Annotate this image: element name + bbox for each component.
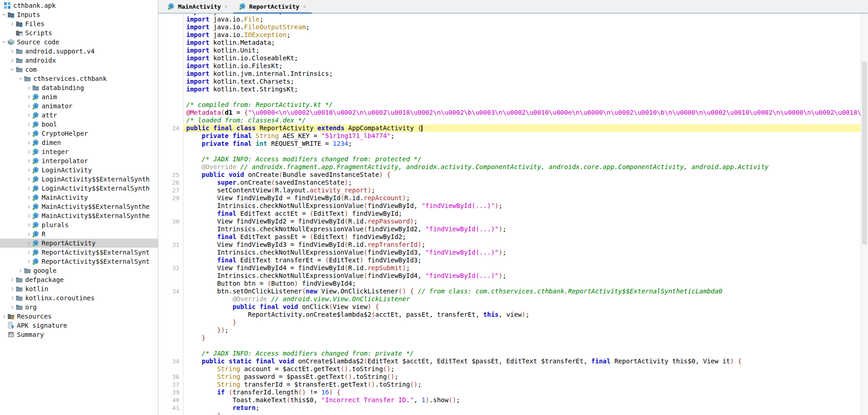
- tree-item-android-support-v4[interactable]: ❯android.support.v4: [0, 47, 158, 56]
- code-line[interactable]: 31 View findViewById3 = findViewById(R.i…: [158, 241, 861, 249]
- code-line[interactable]: }: [158, 334, 861, 342]
- code-line[interactable]: String account = $acctEt.getText().toStr…: [158, 365, 861, 373]
- code-line[interactable]: public final void onClick(View view) {: [158, 303, 861, 311]
- tree-item-cthbank-apk[interactable]: cthbank.apk: [0, 1, 158, 10]
- chevron-collapsed-icon[interactable]: ❯: [26, 140, 32, 145]
- code-line[interactable]: 30 View findViewById2 = findViewById(R.i…: [158, 218, 861, 225]
- chevron-collapsed-icon[interactable]: ❯: [26, 131, 32, 136]
- code-line[interactable]: [158, 148, 861, 155]
- chevron-expanded-icon[interactable]: ❯: [2, 39, 6, 45]
- tree-item-loginactivity-externalsynth[interactable]: ❯cLoginActivity$$ExternalSynth: [0, 184, 158, 193]
- chevron-collapsed-icon[interactable]: ❯: [26, 149, 32, 154]
- code-line[interactable]: 24public final class ReportActivity exte…: [158, 124, 861, 132]
- code-line[interactable]: 32 View findViewById4 = findViewById(R.i…: [158, 264, 861, 272]
- code-line[interactable]: import kotlin.io.FilesKt;: [158, 62, 861, 70]
- chevron-collapsed-icon[interactable]: ❯: [26, 223, 32, 227]
- chevron-collapsed-icon[interactable]: ❯: [9, 287, 16, 291]
- scrollbar-thumb[interactable]: [862, 62, 867, 245]
- tree-item-kotlinx-coroutines[interactable]: ❯kotlinx.coroutines: [0, 293, 158, 303]
- code-line[interactable]: import kotlin.text.Charsets;: [158, 78, 861, 85]
- tree-item-animator[interactable]: ❯canimator: [0, 101, 158, 111]
- tree-item-r[interactable]: ❯cR: [0, 229, 158, 239]
- code-line[interactable]: [158, 342, 861, 350]
- code-line[interactable]: import java.io.FileOutputStream;: [158, 23, 861, 31]
- tree-item-files[interactable]: ❯Files: [0, 19, 158, 28]
- code-line[interactable]: 39 if (transferId.length() != 16) {: [158, 388, 861, 396]
- chevron-expanded-icon[interactable]: ❯: [10, 66, 15, 73]
- tree-item-apk-signature[interactable]: APK signature: [0, 321, 158, 330]
- code-line[interactable]: import java.io.IOException;: [158, 31, 861, 39]
- chevron-collapsed-icon[interactable]: ❯: [26, 241, 32, 245]
- code-line[interactable]: /* JADX INFO: Access modifiers changed f…: [158, 155, 861, 163]
- code-line[interactable]: import java.io.File;: [158, 16, 861, 23]
- tree-item-loginactivity[interactable]: ❯cLoginActivity: [0, 165, 158, 175]
- close-icon[interactable]: ×: [303, 4, 306, 10]
- tree-item-defpackage[interactable]: ❯defpackage: [0, 275, 158, 284]
- tree-item-cthservices-cthbank[interactable]: ❯cthservices.cthbank: [0, 74, 158, 83]
- tree-item-interpolator[interactable]: ❯cinterpolator: [0, 156, 158, 165]
- code-line[interactable]: 41 return;: [158, 404, 861, 412]
- chevron-collapsed-icon[interactable]: ❯: [26, 113, 32, 117]
- tree-item-androidx[interactable]: ❯androidx: [0, 56, 158, 65]
- chevron-collapsed-icon[interactable]: ❯: [9, 21, 16, 26]
- code-area[interactable]: import java.io.Closeable;import java.io.…: [158, 14, 861, 415]
- code-line[interactable]: /* JADX INFO: Access modifiers changed f…: [158, 350, 861, 357]
- code-line[interactable]: 34 btn.setOnClickListener(new View.OnCli…: [158, 287, 861, 295]
- chevron-collapsed-icon[interactable]: ❯: [26, 95, 32, 99]
- tab-reportactivity[interactable]: cReportActivity×: [233, 0, 312, 13]
- tree-item-databinding[interactable]: ❯databinding: [0, 83, 158, 92]
- tree-item-google[interactable]: ❯google: [0, 266, 158, 275]
- tree-item-reportactivity-externalsynt[interactable]: ❯cReportActivity$$ExternalSynt: [0, 248, 158, 257]
- chevron-collapsed-icon[interactable]: ❯: [9, 305, 16, 309]
- code-line[interactable]: 25 public void onCreate(Bundle savedInst…: [158, 171, 861, 179]
- tree-item-mainactivity-externalsynthe[interactable]: ❯cMainActivity$$ExternalSynthe: [0, 211, 158, 220]
- tree-item-summary[interactable]: Summary: [0, 330, 158, 339]
- chevron-collapsed-icon[interactable]: ❯: [1, 314, 7, 319]
- chevron-collapsed-icon[interactable]: ❯: [26, 259, 32, 264]
- code-line[interactable]: import kotlin.text.StringsKt;: [158, 85, 861, 93]
- tree-item-inputs[interactable]: ❯Inputs: [0, 10, 158, 19]
- code-line[interactable]: }: [158, 412, 861, 415]
- tree-item-plurals[interactable]: ❯cplurals: [0, 220, 158, 229]
- code-line[interactable]: import kotlin.Metadata;: [158, 39, 861, 47]
- chevron-collapsed-icon[interactable]: ❯: [9, 296, 16, 300]
- code-line[interactable]: 36 String password = $passEt.getText().t…: [158, 373, 861, 381]
- code-line[interactable]: [158, 93, 861, 101]
- chevron-collapsed-icon[interactable]: ❯: [17, 268, 24, 273]
- chevron-collapsed-icon[interactable]: ❯: [26, 186, 32, 191]
- chevron-collapsed-icon[interactable]: ❯: [26, 159, 32, 163]
- code-line[interactable]: ReportActivity.onCreate$lambda$2(acctEt,…: [158, 311, 861, 319]
- chevron-collapsed-icon[interactable]: ❯: [26, 168, 32, 172]
- chevron-collapsed-icon[interactable]: ❯: [26, 122, 32, 127]
- tree-item-kotlin[interactable]: ❯kotlin: [0, 284, 158, 293]
- code-line[interactable]: 29 View findViewById = findViewById(R.id…: [158, 194, 861, 202]
- close-icon[interactable]: ×: [225, 4, 228, 10]
- tree-item-attr[interactable]: ❯cattr: [0, 111, 158, 120]
- code-line[interactable]: Intrinsics.checkNotNullExpressionValue(f…: [158, 202, 861, 210]
- tree-item-scripts[interactable]: Scripts: [0, 28, 158, 37]
- chevron-collapsed-icon[interactable]: ❯: [26, 177, 32, 181]
- code-line[interactable]: }: [158, 319, 861, 326]
- code-line[interactable]: 34 public static final void onCreate$lam…: [158, 357, 861, 365]
- editor-scrollbar[interactable]: [861, 14, 868, 415]
- tree-item-reportactivity[interactable]: ❯cReportActivity: [0, 239, 158, 248]
- tree-item-dimen[interactable]: ❯cdimen: [0, 138, 158, 147]
- chevron-collapsed-icon[interactable]: ❯: [26, 104, 32, 108]
- code-line[interactable]: import kotlin.io.CloseableKt;: [158, 54, 861, 62]
- tab-mainactivity[interactable]: cMainActivity×: [162, 0, 233, 13]
- code-line[interactable]: });: [158, 326, 861, 334]
- code-line[interactable]: private final int REQUEST_WRITE = 1234;: [158, 140, 861, 148]
- code-line[interactable]: 27 setContentView(R.layout.activity_repo…: [158, 186, 861, 194]
- code-line[interactable]: final EditText transferEt = (EditText) f…: [158, 256, 861, 264]
- chevron-collapsed-icon[interactable]: ❯: [26, 213, 32, 218]
- code-line[interactable]: Button btn = (Button) findViewById4;: [158, 280, 861, 287]
- chevron-collapsed-icon[interactable]: ❯: [9, 49, 16, 53]
- chevron-collapsed-icon[interactable]: ❯: [26, 250, 32, 255]
- code-line[interactable]: /* loaded from: classes4.dex */: [158, 117, 861, 124]
- chevron-collapsed-icon[interactable]: ❯: [9, 277, 16, 282]
- code-line[interactable]: import kotlin.Unit;: [158, 47, 861, 54]
- code-line[interactable]: private final String AES_KEY = "51r1ng17…: [158, 132, 861, 140]
- code-line[interactable]: /* compiled from: ReportActivity.kt */: [158, 101, 861, 109]
- chevron-collapsed-icon[interactable]: ❯: [9, 58, 16, 63]
- tree-item-org[interactable]: ❯org: [0, 303, 158, 312]
